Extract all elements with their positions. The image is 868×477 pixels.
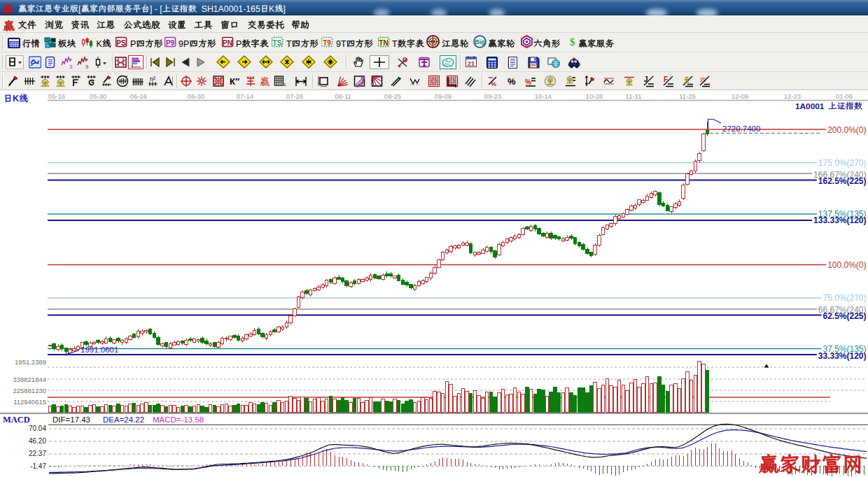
svg-text:MACD: MACD bbox=[3, 415, 30, 425]
svg-text:K: K bbox=[97, 39, 103, 49]
svg-text:K: K bbox=[13, 94, 19, 104]
svg-text:]: ] bbox=[284, 4, 286, 14]
svg-text:1A0001: 1A0001 bbox=[795, 101, 825, 111]
svg-text:P: P bbox=[236, 39, 241, 49]
svg-text:TS: TS bbox=[273, 39, 282, 47]
svg-text:PS: PS bbox=[116, 39, 126, 47]
svg-text:9P: 9P bbox=[178, 39, 189, 49]
svg-text:[: [ bbox=[160, 4, 162, 14]
svg-text:]: ] bbox=[150, 4, 152, 14]
svg-text:K: K bbox=[269, 4, 275, 14]
svg-text:9T: 9T bbox=[336, 39, 346, 49]
svg-text:[: [ bbox=[78, 4, 81, 14]
svg-text:TN: TN bbox=[379, 39, 388, 47]
svg-text:T: T bbox=[392, 39, 398, 49]
svg-text:-: - bbox=[155, 4, 158, 14]
svg-text:T9: T9 bbox=[323, 39, 331, 47]
svg-text:Big: Big bbox=[475, 38, 484, 45]
svg-text:PN: PN bbox=[223, 39, 232, 47]
svg-text:SH1A0001-165: SH1A0001-165 bbox=[202, 4, 260, 14]
svg-text:P9: P9 bbox=[166, 39, 175, 47]
svg-text:T: T bbox=[286, 39, 292, 49]
svg-text:P: P bbox=[130, 39, 136, 49]
svg-text:$: $ bbox=[570, 36, 575, 48]
